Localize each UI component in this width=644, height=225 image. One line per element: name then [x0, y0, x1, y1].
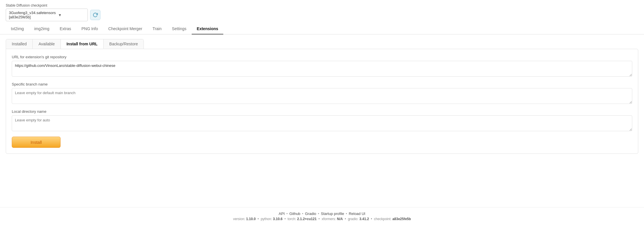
dir-input[interactable]: [12, 115, 632, 131]
tab-png-info[interactable]: PNG Info: [76, 24, 103, 34]
install-from-url-panel: URL for extension's git repository https…: [6, 49, 638, 154]
url-input[interactable]: https://github.com/VinsonLaro/stable-dif…: [12, 61, 632, 77]
dir-field-group: Local directory name: [12, 109, 632, 132]
tab-txt2img[interactable]: txt2img: [6, 24, 29, 34]
sub-tabs: Installed Available Install from URL Bac…: [6, 39, 144, 49]
checkpoint-label: Stable Diffusion checkpoint: [6, 3, 100, 7]
footer-version-info: version: 1.10.0 • python: 3.10.6 • torch…: [6, 217, 638, 221]
subtab-backup-restore[interactable]: Backup/Restore: [104, 39, 144, 49]
tab-checkpoint-merger[interactable]: Checkpoint Merger: [103, 24, 147, 34]
tab-settings[interactable]: Settings: [167, 24, 192, 34]
chevron-down-icon: ▼: [58, 13, 84, 17]
xformers-version: N/A: [337, 217, 343, 221]
checkpoint-container: Stable Diffusion checkpoint 3Guofeng3_v3…: [6, 3, 100, 21]
footer-link-startup-profile[interactable]: Startup profile: [321, 212, 344, 216]
branch-field-group: Specific branch name: [12, 82, 632, 105]
url-field-label: URL for extension's git repository: [12, 55, 632, 59]
branch-field-label: Specific branch name: [12, 82, 632, 86]
footer-link-api[interactable]: API: [279, 212, 285, 216]
subtab-install-from-url[interactable]: Install from URL: [61, 39, 104, 49]
checkpoint-select[interactable]: 3Guofeng3_v34.safetensors [a83e25fe5b] ▼: [6, 9, 88, 21]
checkpoint-hash: a83e25fe5b: [392, 217, 411, 221]
footer-links: API • Github • Gradio • Startup profile …: [6, 212, 638, 216]
tab-img2img[interactable]: img2img: [29, 24, 55, 34]
tab-extras[interactable]: Extras: [55, 24, 76, 34]
install-button[interactable]: Install: [12, 137, 61, 148]
checkpoint-value: 3Guofeng3_v34.safetensors [a83e25fe5b]: [9, 11, 56, 19]
checkpoint-wrapper: 3Guofeng3_v34.safetensors [a83e25fe5b] ▼: [6, 9, 100, 21]
footer-link-gradio[interactable]: Gradio: [305, 212, 316, 216]
footer: API • Github • Gradio • Startup profile …: [0, 207, 644, 225]
subtab-available[interactable]: Available: [33, 39, 61, 49]
python-version: 3.10.6: [273, 217, 282, 221]
torch-version: 2.1.2+cu121: [297, 217, 317, 221]
extensions-panel: Installed Available Install from URL Bac…: [6, 39, 638, 154]
content-area: Installed Available Install from URL Bac…: [0, 34, 644, 207]
gradio-version: 3.41.2: [359, 217, 369, 221]
refresh-checkpoint-button[interactable]: [90, 10, 100, 20]
dir-field-label: Local directory name: [12, 109, 632, 114]
tab-train[interactable]: Train: [148, 24, 167, 34]
footer-link-reload-ui[interactable]: Reload UI: [349, 212, 365, 216]
subtab-installed[interactable]: Installed: [6, 39, 33, 49]
top-bar: Stable Diffusion checkpoint 3Guofeng3_v3…: [0, 0, 644, 24]
version-number: 1.10.0: [246, 217, 255, 221]
main-tabs: txt2img img2img Extras PNG Info Checkpoi…: [0, 24, 644, 34]
url-field-group: URL for extension's git repository https…: [12, 55, 632, 77]
tab-extensions[interactable]: Extensions: [192, 24, 224, 34]
footer-link-github[interactable]: Github: [289, 212, 300, 216]
branch-input[interactable]: [12, 88, 632, 104]
